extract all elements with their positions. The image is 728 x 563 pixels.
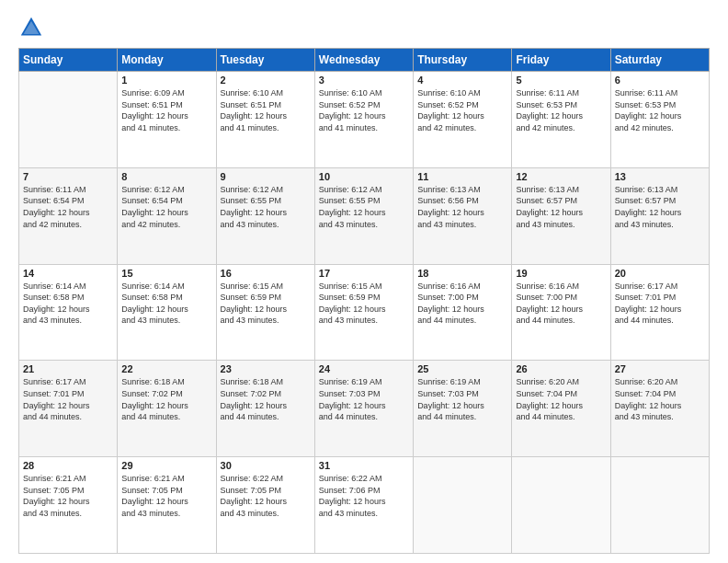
calendar-header-thursday: Thursday <box>414 49 512 72</box>
calendar-cell: 15Sunrise: 6:14 AM Sunset: 6:58 PM Dayli… <box>118 264 216 361</box>
calendar-cell: 27Sunrise: 6:20 AM Sunset: 7:04 PM Dayli… <box>610 361 709 457</box>
calendar-week-1: 1Sunrise: 6:09 AM Sunset: 6:51 PM Daylig… <box>19 72 710 168</box>
day-info: Sunrise: 6:16 AM Sunset: 7:00 PM Dayligh… <box>417 281 507 327</box>
calendar-cell: 14Sunrise: 6:14 AM Sunset: 6:58 PM Dayli… <box>19 264 118 361</box>
day-info: Sunrise: 6:13 AM Sunset: 6:56 PM Dayligh… <box>417 184 507 230</box>
day-number: 19 <box>516 268 606 279</box>
calendar-cell: 23Sunrise: 6:18 AM Sunset: 7:02 PM Dayli… <box>216 361 314 457</box>
day-info: Sunrise: 6:14 AM Sunset: 6:58 PM Dayligh… <box>23 281 113 327</box>
day-number: 9 <box>221 171 311 182</box>
day-info: Sunrise: 6:16 AM Sunset: 7:00 PM Dayligh… <box>516 281 606 327</box>
day-info: Sunrise: 6:12 AM Sunset: 6:55 PM Dayligh… <box>221 184 311 230</box>
day-number: 16 <box>221 268 311 279</box>
calendar-cell: 4Sunrise: 6:10 AM Sunset: 6:52 PM Daylig… <box>414 72 512 168</box>
calendar-week-3: 14Sunrise: 6:14 AM Sunset: 6:58 PM Dayli… <box>19 264 710 361</box>
day-number: 25 <box>417 363 507 374</box>
calendar-week-2: 7Sunrise: 6:11 AM Sunset: 6:54 PM Daylig… <box>19 167 710 264</box>
calendar-cell: 21Sunrise: 6:17 AM Sunset: 7:01 PM Dayli… <box>19 361 118 457</box>
calendar-cell: 7Sunrise: 6:11 AM Sunset: 6:54 PM Daylig… <box>19 167 118 264</box>
day-info: Sunrise: 6:13 AM Sunset: 6:57 PM Dayligh… <box>615 184 705 230</box>
day-info: Sunrise: 6:10 AM Sunset: 6:52 PM Dayligh… <box>417 87 507 133</box>
day-number: 27 <box>615 363 705 374</box>
calendar-cell: 30Sunrise: 6:22 AM Sunset: 7:05 PM Dayli… <box>216 457 314 554</box>
day-number: 3 <box>319 75 409 86</box>
calendar-week-4: 21Sunrise: 6:17 AM Sunset: 7:01 PM Dayli… <box>19 361 710 457</box>
day-number: 13 <box>615 171 705 182</box>
calendar-cell: 13Sunrise: 6:13 AM Sunset: 6:57 PM Dayli… <box>610 167 709 264</box>
day-info: Sunrise: 6:19 AM Sunset: 7:03 PM Dayligh… <box>319 376 409 422</box>
calendar-cell <box>512 457 610 554</box>
calendar-cell: 22Sunrise: 6:18 AM Sunset: 7:02 PM Dayli… <box>118 361 216 457</box>
calendar-cell: 3Sunrise: 6:10 AM Sunset: 6:52 PM Daylig… <box>314 72 413 168</box>
calendar-cell <box>414 457 512 554</box>
day-number: 4 <box>417 75 507 86</box>
day-number: 31 <box>319 460 409 471</box>
day-number: 15 <box>121 268 211 279</box>
calendar-cell: 25Sunrise: 6:19 AM Sunset: 7:03 PM Dayli… <box>414 361 512 457</box>
day-info: Sunrise: 6:21 AM Sunset: 7:05 PM Dayligh… <box>23 473 113 519</box>
day-number: 21 <box>23 363 113 374</box>
calendar-header-wednesday: Wednesday <box>314 49 413 72</box>
calendar-cell: 2Sunrise: 6:10 AM Sunset: 6:51 PM Daylig… <box>216 72 314 168</box>
calendar-cell <box>610 457 709 554</box>
calendar-table: SundayMondayTuesdayWednesdayThursdayFrid… <box>18 48 710 554</box>
day-info: Sunrise: 6:20 AM Sunset: 7:04 PM Dayligh… <box>516 376 606 422</box>
calendar-cell: 8Sunrise: 6:12 AM Sunset: 6:54 PM Daylig… <box>118 167 216 264</box>
calendar-cell: 20Sunrise: 6:17 AM Sunset: 7:01 PM Dayli… <box>610 264 709 361</box>
calendar-cell <box>19 72 118 168</box>
page: SundayMondayTuesdayWednesdayThursdayFrid… <box>0 0 728 563</box>
calendar-cell: 11Sunrise: 6:13 AM Sunset: 6:56 PM Dayli… <box>414 167 512 264</box>
day-info: Sunrise: 6:21 AM Sunset: 7:05 PM Dayligh… <box>121 473 211 519</box>
logo-icon <box>18 15 44 40</box>
day-number: 26 <box>516 363 606 374</box>
day-number: 10 <box>319 171 409 182</box>
calendar-cell: 10Sunrise: 6:12 AM Sunset: 6:55 PM Dayli… <box>314 167 413 264</box>
calendar-header-tuesday: Tuesday <box>216 49 314 72</box>
calendar-cell: 29Sunrise: 6:21 AM Sunset: 7:05 PM Dayli… <box>118 457 216 554</box>
day-info: Sunrise: 6:11 AM Sunset: 6:53 PM Dayligh… <box>615 87 705 133</box>
calendar-week-5: 28Sunrise: 6:21 AM Sunset: 7:05 PM Dayli… <box>19 457 710 554</box>
calendar-header-monday: Monday <box>118 49 216 72</box>
day-number: 14 <box>23 268 113 279</box>
calendar-cell: 12Sunrise: 6:13 AM Sunset: 6:57 PM Dayli… <box>512 167 610 264</box>
calendar-cell: 1Sunrise: 6:09 AM Sunset: 6:51 PM Daylig… <box>118 72 216 168</box>
calendar-cell: 17Sunrise: 6:15 AM Sunset: 6:59 PM Dayli… <box>314 264 413 361</box>
day-info: Sunrise: 6:14 AM Sunset: 6:58 PM Dayligh… <box>121 281 211 327</box>
day-number: 24 <box>319 363 409 374</box>
calendar-cell: 31Sunrise: 6:22 AM Sunset: 7:06 PM Dayli… <box>314 457 413 554</box>
day-number: 2 <box>221 75 311 86</box>
day-info: Sunrise: 6:13 AM Sunset: 6:57 PM Dayligh… <box>516 184 606 230</box>
calendar-cell: 16Sunrise: 6:15 AM Sunset: 6:59 PM Dayli… <box>216 264 314 361</box>
day-info: Sunrise: 6:09 AM Sunset: 6:51 PM Dayligh… <box>121 87 211 133</box>
calendar-header-row: SundayMondayTuesdayWednesdayThursdayFrid… <box>19 49 710 72</box>
calendar-header-saturday: Saturday <box>610 49 709 72</box>
day-info: Sunrise: 6:10 AM Sunset: 6:51 PM Dayligh… <box>221 87 311 133</box>
day-number: 6 <box>615 75 705 86</box>
day-info: Sunrise: 6:12 AM Sunset: 6:55 PM Dayligh… <box>319 184 409 230</box>
day-info: Sunrise: 6:19 AM Sunset: 7:03 PM Dayligh… <box>417 376 507 422</box>
day-number: 5 <box>516 75 606 86</box>
calendar-cell: 9Sunrise: 6:12 AM Sunset: 6:55 PM Daylig… <box>216 167 314 264</box>
day-number: 23 <box>221 363 311 374</box>
logo <box>18 15 48 40</box>
day-number: 18 <box>417 268 507 279</box>
day-number: 1 <box>121 75 211 86</box>
calendar-header-friday: Friday <box>512 49 610 72</box>
calendar-cell: 26Sunrise: 6:20 AM Sunset: 7:04 PM Dayli… <box>512 361 610 457</box>
day-number: 8 <box>121 171 211 182</box>
day-info: Sunrise: 6:12 AM Sunset: 6:54 PM Dayligh… <box>121 184 211 230</box>
day-number: 22 <box>121 363 211 374</box>
day-number: 7 <box>23 171 113 182</box>
day-number: 17 <box>319 268 409 279</box>
calendar-cell: 18Sunrise: 6:16 AM Sunset: 7:00 PM Dayli… <box>414 264 512 361</box>
day-number: 20 <box>615 268 705 279</box>
day-info: Sunrise: 6:15 AM Sunset: 6:59 PM Dayligh… <box>319 281 409 327</box>
calendar-cell: 5Sunrise: 6:11 AM Sunset: 6:53 PM Daylig… <box>512 72 610 168</box>
day-info: Sunrise: 6:10 AM Sunset: 6:52 PM Dayligh… <box>319 87 409 133</box>
calendar-cell: 6Sunrise: 6:11 AM Sunset: 6:53 PM Daylig… <box>610 72 709 168</box>
day-info: Sunrise: 6:11 AM Sunset: 6:54 PM Dayligh… <box>23 184 113 230</box>
calendar-header-sunday: Sunday <box>19 49 118 72</box>
calendar-cell: 28Sunrise: 6:21 AM Sunset: 7:05 PM Dayli… <box>19 457 118 554</box>
day-info: Sunrise: 6:22 AM Sunset: 7:06 PM Dayligh… <box>319 473 409 519</box>
day-info: Sunrise: 6:18 AM Sunset: 7:02 PM Dayligh… <box>121 376 211 422</box>
